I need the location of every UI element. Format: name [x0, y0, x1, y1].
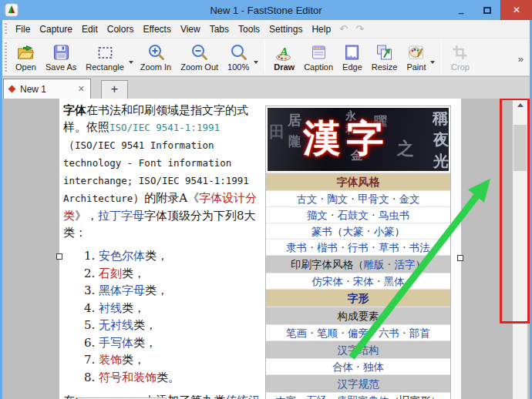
- paint-dropdown-icon[interactable]: [430, 61, 435, 64]
- link[interactable]: 合体: [332, 360, 353, 373]
- infobox-row: 本字 · 石经 · 康熙字典体（旧字形）: [266, 392, 450, 399]
- toolbar-grip-icon: [5, 42, 7, 72]
- infobox-row: 字形: [266, 289, 450, 307]
- link[interactable]: 偏旁: [348, 327, 369, 339]
- image-canvas[interactable]: 字体在书法和印刷领域是指文字的式样。依照ISO/IEC 9541-1:1991（…: [59, 99, 461, 399]
- menu-view[interactable]: View: [176, 22, 205, 37]
- selection-handle-left[interactable]: [56, 253, 62, 260]
- list-item: 8. 符号和装饰类。: [84, 369, 266, 387]
- link[interactable]: 汉字结构: [338, 344, 379, 356]
- link[interactable]: 隶书: [286, 241, 307, 253]
- link[interactable]: 装饰: [99, 353, 122, 367]
- link[interactable]: 无衬线: [99, 318, 133, 332]
- link[interactable]: 石经: [306, 394, 327, 399]
- link[interactable]: 宋体: [353, 275, 374, 287]
- link[interactable]: 草书: [379, 241, 399, 253]
- link[interactable]: 小篆: [373, 225, 394, 237]
- open-button[interactable]: Open: [11, 39, 41, 75]
- tab-close-icon[interactable]: ✕: [78, 84, 85, 94]
- resize-button[interactable]: Resize: [367, 39, 402, 75]
- link[interactable]: 部首: [409, 327, 430, 339]
- link[interactable]: 楷书: [317, 241, 338, 253]
- link[interactable]: 衬线: [99, 301, 122, 315]
- toolbar-overflow-button[interactable]: »: [518, 50, 524, 65]
- menu-edit[interactable]: Edit: [77, 22, 103, 37]
- menu-capture[interactable]: Capture: [35, 22, 77, 37]
- menu-effects[interactable]: Effects: [138, 22, 175, 37]
- link[interactable]: 拉丁字母: [98, 209, 144, 223]
- zoom-in-button[interactable]: Zoom In: [136, 39, 176, 75]
- link[interactable]: 笔顺: [317, 327, 338, 339]
- redo-icon[interactable]: ↷: [352, 23, 368, 35]
- link[interactable]: 符号和装饰: [99, 370, 157, 384]
- menu-tabs[interactable]: Tabs: [205, 22, 234, 37]
- zoom-dropdown-icon[interactable]: [254, 61, 258, 64]
- text-segment: ·: [348, 193, 358, 205]
- rectangle-select-button[interactable]: Rectangle: [81, 39, 129, 75]
- link[interactable]: 大篆: [343, 225, 364, 237]
- selection-handle-right[interactable]: [457, 255, 463, 261]
- link[interactable]: ISO/IEC 9541-1:1991: [109, 122, 220, 133]
- caption-button[interactable]: Caption: [299, 39, 338, 75]
- hanzi-banner-image: 居隴田永和金曜之稱夜光 漢字: [268, 108, 449, 171]
- link[interactable]: 康熙字典体: [337, 394, 389, 399]
- tab-new1[interactable]: New 1 ✕: [3, 79, 91, 99]
- paint-button[interactable]: Paint: [402, 39, 430, 75]
- save-as-button[interactable]: Save As: [41, 39, 81, 75]
- menu-help[interactable]: Help: [307, 22, 335, 37]
- maximize-button[interactable]: [474, 0, 500, 20]
- link[interactable]: 篆书: [311, 225, 332, 237]
- link[interactable]: 手写体: [99, 336, 133, 350]
- close-button[interactable]: ✕: [500, 0, 532, 20]
- edge-icon: [342, 43, 362, 62]
- undo-icon[interactable]: ↶: [335, 23, 352, 35]
- link[interactable]: 黑体: [384, 275, 405, 287]
- link[interactable]: 陶文: [327, 193, 348, 205]
- infobox-row: 古文 · 陶文 · 甲骨文 · 金文: [266, 190, 450, 206]
- link[interactable]: 籀文: [307, 209, 328, 221]
- menu-colors[interactable]: Colors: [103, 22, 139, 37]
- infobox-row: 合体 · 独体: [266, 358, 450, 374]
- text-segment: ·: [399, 327, 409, 339]
- link[interactable]: 甲骨文: [358, 193, 389, 205]
- new-tab-button[interactable]: +: [101, 80, 128, 99]
- link[interactable]: 仿宋体: [311, 275, 343, 287]
- link[interactable]: 六书: [379, 327, 399, 339]
- link[interactable]: 行书: [348, 241, 369, 253]
- link[interactable]: 独体: [363, 360, 384, 373]
- infobox-row: 笔画 · 笔顺 · 偏旁 · 六书 · 部首: [266, 324, 450, 340]
- link[interactable]: 石刻: [99, 267, 122, 280]
- minimize-button[interactable]: –: [448, 0, 474, 20]
- zoom-out-button[interactable]: Zoom Out: [176, 39, 223, 75]
- link[interactable]: 黑体字母: [99, 283, 145, 297]
- rectangle-dropdown-icon[interactable]: [129, 61, 133, 64]
- zoom-100-icon: [229, 43, 248, 62]
- menu-settings[interactable]: Settings: [264, 22, 307, 37]
- link[interactable]: 金文: [399, 193, 420, 205]
- link[interactable]: 鸟虫书: [379, 209, 410, 221]
- link[interactable]: 安色尔体: [99, 249, 145, 263]
- zoom-100-button[interactable]: 100%: [223, 39, 254, 75]
- draw-button[interactable]: A Draw: [269, 39, 299, 75]
- link[interactable]: 书法: [409, 241, 430, 253]
- text-segment: 类，: [122, 353, 145, 367]
- text-segment: 7.: [84, 353, 99, 367]
- link[interactable]: 活字: [394, 258, 415, 270]
- menu-file[interactable]: File: [11, 22, 35, 37]
- link[interactable]: 石鼓文: [338, 209, 369, 221]
- link[interactable]: 本字: [275, 394, 296, 399]
- text-segment: （旧字形）: [389, 394, 441, 399]
- rectangle-select-icon: [96, 43, 115, 62]
- maximize-icon: [483, 7, 491, 14]
- background-glyph: 光: [433, 151, 449, 171]
- menu-tools[interactable]: Tools: [234, 22, 264, 37]
- list-item: 6. 手写体类，: [84, 334, 266, 352]
- link[interactable]: 古文: [296, 193, 317, 205]
- text-segment: 类，: [122, 267, 145, 280]
- link[interactable]: 汉字规范: [338, 377, 379, 390]
- link[interactable]: 笔画: [286, 327, 307, 339]
- text-segment: ·: [364, 225, 374, 237]
- link[interactable]: 雕版: [364, 258, 385, 270]
- titlebar[interactable]: New 1 - FastStone Editor – ✕: [0, 0, 532, 20]
- edge-button[interactable]: Edge: [338, 39, 367, 75]
